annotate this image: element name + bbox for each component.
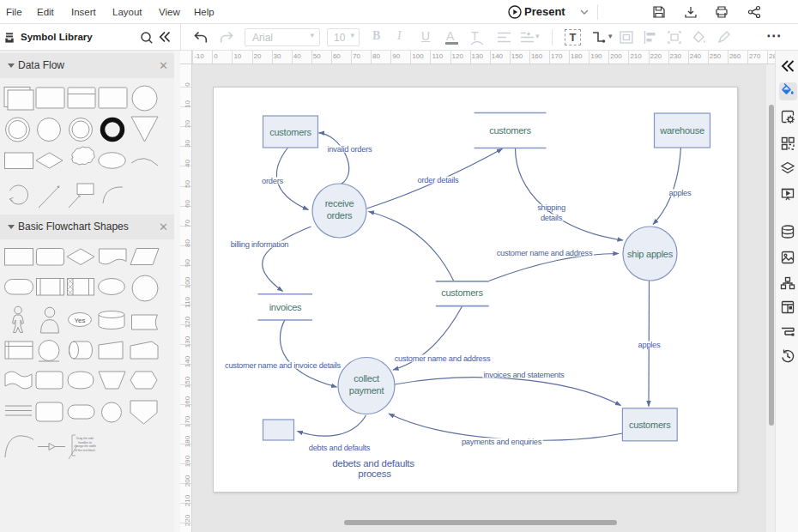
svg-text:of the text block: of the text block [75,449,95,452]
svg-text:orders: orders [326,210,352,221]
svg-text:invoices: invoices [269,302,301,312]
svg-text:collect: collect [354,373,379,384]
svg-text:customer name and address: customer name and address [496,249,592,257]
svg-text:customers: customers [269,127,311,137]
svg-text:order details: order details [417,176,459,184]
svg-text:Yes: Yes [74,317,85,324]
svg-text:payments and enquiries: payments and enquiries [461,438,541,446]
svg-text:payment: payment [348,385,384,396]
svg-text:debts and defaults: debts and defaults [308,444,370,452]
svg-text:handles to: handles to [78,441,92,444]
svg-text:customers: customers [441,287,483,298]
svg-text:warehouse: warehouse [659,125,704,136]
svg-text:invoices and statements: invoices and statements [483,371,565,379]
svg-text:apples: apples [638,341,660,349]
svg-text:customers: customers [489,125,531,136]
svg-text:invalid orders: invalid orders [327,145,372,154]
svg-text:ship apples: ship apples [627,249,674,259]
svg-text:customer name and address: customer name and address [394,354,490,363]
svg-text:apples: apples [668,189,691,197]
svg-text:customers: customers [628,420,670,430]
svg-text:debets and defaults: debets and defaults [332,458,414,469]
svg-text:Drag the side: Drag the side [76,437,94,440]
svg-text:process: process [358,469,391,479]
svg-text:billing information: billing information [230,240,288,249]
svg-text:details: details [540,214,562,222]
svg-text:receive: receive [324,198,354,209]
svg-text:orders: orders [262,177,283,185]
svg-text:shipping: shipping [537,203,565,212]
svg-text:change the width: change the width [74,444,96,448]
svg-text:customer name and invoice deta: customer name and invoice details [225,361,341,370]
